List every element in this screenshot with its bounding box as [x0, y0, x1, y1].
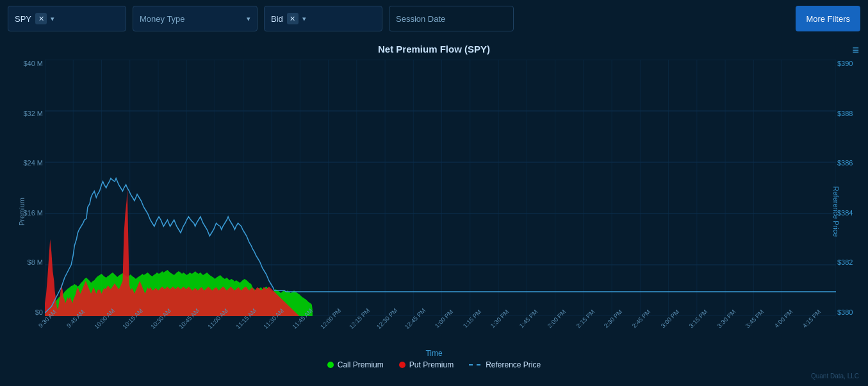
legend-call-premium-label: Call Premium	[338, 360, 384, 369]
watermark: Quant Data, LLC	[811, 373, 859, 380]
money-type-chevron: ▾	[247, 15, 250, 23]
bid-filter[interactable]: Bid ✕ ▾	[264, 6, 382, 31]
x-axis: 9:30 AM 9:45 AM 10:00 AM 10:15 AM 10:30 …	[45, 316, 836, 345]
ticker-filter[interactable]: SPY ✕ ▾	[8, 6, 126, 31]
legend-call-premium: Call Premium	[327, 360, 384, 369]
chart-legend: Call Premium Put Premium Reference Price	[0, 360, 868, 369]
legend-put-premium: Put Premium	[399, 360, 454, 369]
money-type-filter[interactable]: Money Type ▾	[133, 6, 258, 31]
session-date-filter[interactable]: Session Date	[389, 6, 514, 31]
bid-chevron: ▾	[302, 15, 306, 23]
chart-svg-area: $40 M $32 M $24 M $16 M $8 M $0 $390 $38…	[45, 60, 836, 316]
session-date-label: Session Date	[396, 14, 507, 24]
bid-clear-btn[interactable]: ✕	[287, 13, 299, 24]
y-axis-right: $390 $388 $386 $384 $382 $380	[837, 60, 868, 316]
chart-container: Net Premium Flow (SPY) ≡ Premium Referen…	[0, 37, 868, 386]
chart-menu-icon[interactable]: ≡	[852, 44, 859, 57]
reference-price-line-legend	[469, 364, 480, 365]
call-premium-dot	[327, 362, 334, 368]
money-type-label: Money Type	[140, 14, 243, 24]
put-premium-dot	[399, 362, 405, 368]
ticker-clear-btn[interactable]: ✕	[35, 13, 47, 24]
x-axis-label: Time	[0, 349, 868, 358]
chart-svg	[45, 60, 836, 316]
legend-reference-price-label: Reference Price	[486, 360, 541, 369]
put-premium-area	[45, 188, 313, 316]
ticker-chevron: ▾	[51, 15, 54, 23]
ticker-value: SPY	[15, 14, 31, 24]
y-axis-left: $40 M $32 M $24 M $16 M $8 M $0	[1, 60, 43, 316]
bid-value: Bid	[271, 14, 283, 24]
legend-put-premium-label: Put Premium	[409, 360, 454, 369]
top-bar: SPY ✕ ▾ Money Type ▾ Bid ✕ ▾ Session Dat…	[0, 0, 868, 37]
chart-title: Net Premium Flow (SPY)	[0, 37, 868, 57]
more-filters-button[interactable]: More Filters	[796, 6, 860, 31]
legend-reference-price: Reference Price	[469, 360, 541, 369]
